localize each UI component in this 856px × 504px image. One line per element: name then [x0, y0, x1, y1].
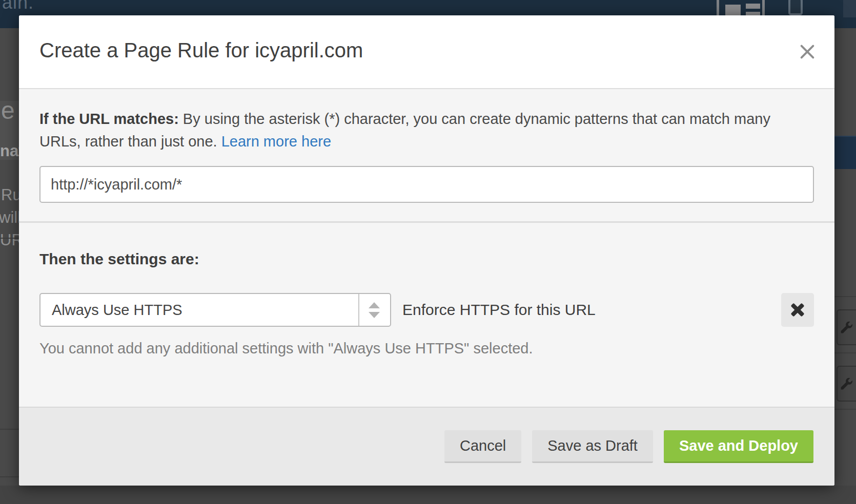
dialog-body: If the URL matches: By using the asteris…: [19, 89, 834, 407]
create-page-rule-dialog: Create a Page Rule for icyapril.com If t…: [19, 15, 834, 486]
dialog-title: Create a Page Rule for icyapril.com: [39, 39, 363, 62]
background-text-fragment: e: [1, 96, 15, 124]
close-icon[interactable]: [798, 42, 817, 61]
dialog-header: Create a Page Rule for icyapril.com: [19, 15, 834, 89]
url-pattern-input[interactable]: [39, 166, 814, 203]
setting-row: Always Use HTTPS Enforce HTTPS for this …: [39, 293, 814, 327]
wrench-icon: [840, 377, 853, 390]
section-divider: [19, 221, 834, 223]
url-match-label: If the URL matches:: [39, 111, 179, 127]
background-domain-text: ain.: [2, 0, 34, 13]
background-text-fragment: will: [0, 208, 19, 227]
screen: ain. e nav Ru will UR: [0, 0, 856, 504]
settings-note: You cannot add any additional settings w…: [39, 340, 814, 357]
background-edit-rule-button: [837, 309, 856, 345]
save-and-deploy-button[interactable]: Save and Deploy: [664, 430, 813, 463]
background-text-fragment: UR: [0, 231, 19, 249]
setting-select-value: Always Use HTTPS: [40, 302, 182, 319]
dialog-footer: Cancel Save as Draft Save and Deploy: [19, 407, 834, 486]
remove-setting-button[interactable]: [781, 293, 814, 327]
url-match-description: If the URL matches: By using the asteris…: [39, 108, 793, 153]
background-edit-rule-button: [837, 366, 856, 402]
settings-heading: Then the settings are:: [39, 250, 814, 268]
background-text-fragment: Ru: [1, 186, 19, 204]
setting-description: Enforce HTTPS for this URL: [402, 301, 596, 319]
setting-select[interactable]: Always Use HTTPS: [39, 293, 391, 327]
background-blue-button-fragment: [834, 136, 856, 169]
top-bar-corner-fragment: [843, 0, 856, 17]
background-left-edge: e nav Ru will UR: [0, 28, 19, 504]
chevron-up-down-icon: [366, 294, 382, 326]
save-as-draft-button[interactable]: Save as Draft: [532, 430, 653, 463]
background-text-fragment: nav: [0, 142, 19, 160]
cancel-button[interactable]: Cancel: [444, 430, 521, 463]
learn-more-link[interactable]: Learn more here: [221, 133, 331, 150]
background-right-edge: [834, 28, 856, 504]
background-bottom-edge: [0, 486, 856, 504]
notification-icon: [788, 0, 803, 15]
wrench-icon: [840, 321, 853, 334]
